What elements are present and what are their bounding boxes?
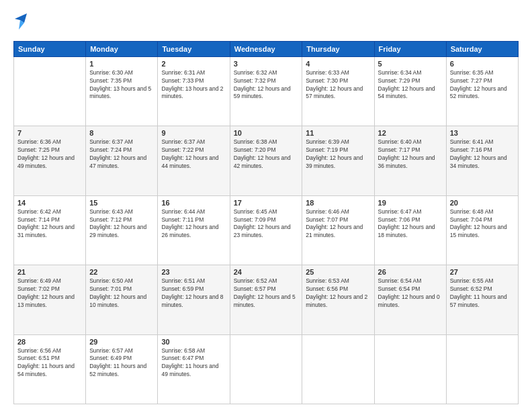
day-info: Sunrise: 6:45 AMSunset: 7:09 PMDaylight:…: [234, 208, 299, 240]
day-info: Sunrise: 6:46 AMSunset: 7:07 PMDaylight:…: [306, 208, 370, 240]
day-info: Sunrise: 6:34 AMSunset: 7:29 PMDaylight:…: [378, 69, 443, 101]
day-number: 30: [161, 338, 226, 346]
day-info: Sunrise: 6:33 AMSunset: 7:30 PMDaylight:…: [306, 69, 370, 101]
day-info: Sunrise: 6:40 AMSunset: 7:17 PMDaylight:…: [378, 138, 443, 171]
calendar-page: SundayMondayTuesdayWednesdayThursdayFrid…: [0, 0, 532, 411]
day-number: 20: [450, 199, 515, 207]
day-info: Sunrise: 6:37 AMSunset: 7:22 PMDaylight:…: [161, 138, 226, 171]
weekday-header-friday: Friday: [374, 41, 446, 56]
calendar-cell: 14Sunrise: 6:42 AMSunset: 7:14 PMDayligh…: [14, 195, 86, 265]
day-number: 5: [378, 60, 443, 68]
day-number: 15: [89, 199, 154, 207]
calendar-cell: 26Sunrise: 6:54 AMSunset: 6:54 PMDayligh…: [374, 265, 446, 334]
day-number: 26: [378, 268, 443, 276]
day-number: 19: [378, 199, 443, 207]
calendar-cell: 21Sunrise: 6:49 AMSunset: 7:02 PMDayligh…: [14, 265, 86, 334]
weekday-header-monday: Monday: [86, 41, 158, 56]
day-info: Sunrise: 6:53 AMSunset: 6:56 PMDaylight:…: [306, 277, 370, 310]
day-number: 14: [17, 199, 82, 207]
day-number: 2: [161, 60, 226, 68]
day-number: 22: [89, 268, 154, 276]
day-number: 27: [450, 268, 515, 276]
day-info: Sunrise: 6:41 AMSunset: 7:16 PMDaylight:…: [450, 138, 515, 171]
calendar-cell: 13Sunrise: 6:41 AMSunset: 7:16 PMDayligh…: [446, 126, 518, 195]
calendar-cell: 18Sunrise: 6:46 AMSunset: 7:07 PMDayligh…: [302, 195, 374, 265]
weekday-header-saturday: Saturday: [446, 41, 518, 56]
day-number: 3: [234, 60, 299, 68]
calendar-cell: 28Sunrise: 6:56 AMSunset: 6:51 PMDayligh…: [14, 334, 86, 404]
calendar-cell: 19Sunrise: 6:47 AMSunset: 7:06 PMDayligh…: [374, 195, 446, 265]
day-info: Sunrise: 6:56 AMSunset: 6:51 PMDaylight:…: [17, 347, 82, 379]
day-info: Sunrise: 6:48 AMSunset: 7:04 PMDaylight:…: [450, 208, 515, 240]
calendar-cell: 7Sunrise: 6:36 AMSunset: 7:25 PMDaylight…: [14, 126, 86, 195]
header: [13, 12, 519, 34]
calendar-cell: 3Sunrise: 6:32 AMSunset: 7:32 PMDaylight…: [230, 56, 302, 126]
day-number: 16: [161, 199, 226, 207]
day-info: Sunrise: 6:50 AMSunset: 7:01 PMDaylight:…: [89, 277, 154, 310]
calendar-cell: 11Sunrise: 6:39 AMSunset: 7:19 PMDayligh…: [302, 126, 374, 195]
day-info: Sunrise: 6:51 AMSunset: 6:59 PMDaylight:…: [161, 277, 226, 310]
calendar-cell: 24Sunrise: 6:52 AMSunset: 6:57 PMDayligh…: [230, 265, 302, 334]
day-info: Sunrise: 6:58 AMSunset: 6:47 PMDaylight:…: [161, 347, 226, 379]
calendar-cell: [14, 56, 86, 126]
weekday-header-tuesday: Tuesday: [158, 41, 230, 56]
day-info: Sunrise: 6:32 AMSunset: 7:32 PMDaylight:…: [234, 69, 299, 101]
calendar-cell: 23Sunrise: 6:51 AMSunset: 6:59 PMDayligh…: [158, 265, 230, 334]
day-number: 10: [234, 129, 299, 137]
calendar-cell: 27Sunrise: 6:55 AMSunset: 6:52 PMDayligh…: [446, 265, 518, 334]
calendar-cell: 8Sunrise: 6:37 AMSunset: 7:24 PMDaylight…: [86, 126, 158, 195]
calendar-cell: 2Sunrise: 6:31 AMSunset: 7:33 PMDaylight…: [158, 56, 230, 126]
day-number: 6: [450, 60, 515, 68]
calendar-cell: [374, 334, 446, 404]
weekday-header-row: SundayMondayTuesdayWednesdayThursdayFrid…: [14, 41, 519, 56]
calendar-cell: 6Sunrise: 6:35 AMSunset: 7:27 PMDaylight…: [446, 56, 518, 126]
day-number: 29: [89, 338, 154, 346]
calendar-cell: 12Sunrise: 6:40 AMSunset: 7:17 PMDayligh…: [374, 126, 446, 195]
logo-bird-icon: [15, 13, 27, 30]
calendar-cell: [446, 334, 518, 404]
day-info: Sunrise: 6:35 AMSunset: 7:27 PMDaylight:…: [450, 69, 515, 101]
day-number: 24: [234, 268, 299, 276]
day-info: Sunrise: 6:38 AMSunset: 7:20 PMDaylight:…: [234, 138, 299, 171]
calendar-cell: 30Sunrise: 6:58 AMSunset: 6:47 PMDayligh…: [158, 334, 230, 404]
calendar-cell: 20Sunrise: 6:48 AMSunset: 7:04 PMDayligh…: [446, 195, 518, 265]
calendar-cell: 5Sunrise: 6:34 AMSunset: 7:29 PMDaylight…: [374, 56, 446, 126]
calendar-cell: 17Sunrise: 6:45 AMSunset: 7:09 PMDayligh…: [230, 195, 302, 265]
day-number: 4: [306, 60, 370, 68]
calendar-cell: 1Sunrise: 6:30 AMSunset: 7:35 PMDaylight…: [86, 56, 158, 126]
week-row-0: 1Sunrise: 6:30 AMSunset: 7:35 PMDaylight…: [14, 56, 519, 126]
day-number: 9: [161, 129, 226, 137]
day-info: Sunrise: 6:49 AMSunset: 7:02 PMDaylight:…: [17, 277, 82, 310]
weekday-header-thursday: Thursday: [302, 41, 374, 56]
day-number: 1: [89, 60, 154, 68]
day-info: Sunrise: 6:31 AMSunset: 7:33 PMDaylight:…: [161, 69, 226, 101]
day-number: 13: [450, 129, 515, 137]
day-number: 21: [17, 268, 82, 276]
day-number: 8: [89, 129, 154, 137]
week-row-3: 21Sunrise: 6:49 AMSunset: 7:02 PMDayligh…: [14, 265, 519, 334]
day-number: 12: [378, 129, 443, 137]
week-row-4: 28Sunrise: 6:56 AMSunset: 6:51 PMDayligh…: [14, 334, 519, 404]
calendar-cell: 4Sunrise: 6:33 AMSunset: 7:30 PMDaylight…: [302, 56, 374, 126]
calendar-cell: [302, 334, 374, 404]
calendar-cell: 9Sunrise: 6:37 AMSunset: 7:22 PMDaylight…: [158, 126, 230, 195]
day-number: 25: [306, 268, 370, 276]
day-info: Sunrise: 6:57 AMSunset: 6:49 PMDaylight:…: [89, 347, 154, 379]
day-info: Sunrise: 6:54 AMSunset: 6:54 PMDaylight:…: [378, 277, 443, 310]
day-number: 23: [161, 268, 226, 276]
calendar-cell: 25Sunrise: 6:53 AMSunset: 6:56 PMDayligh…: [302, 265, 374, 334]
day-info: Sunrise: 6:30 AMSunset: 7:35 PMDaylight:…: [89, 69, 154, 101]
day-info: Sunrise: 6:55 AMSunset: 6:52 PMDaylight:…: [450, 277, 515, 310]
day-info: Sunrise: 6:42 AMSunset: 7:14 PMDaylight:…: [17, 208, 82, 240]
day-number: 18: [306, 199, 370, 207]
week-row-1: 7Sunrise: 6:36 AMSunset: 7:25 PMDaylight…: [14, 126, 519, 195]
day-info: Sunrise: 6:39 AMSunset: 7:19 PMDaylight:…: [306, 138, 370, 171]
calendar-cell: 15Sunrise: 6:43 AMSunset: 7:12 PMDayligh…: [86, 195, 158, 265]
day-info: Sunrise: 6:44 AMSunset: 7:11 PMDaylight:…: [161, 208, 226, 240]
calendar-table: SundayMondayTuesdayWednesdayThursdayFrid…: [13, 41, 519, 404]
day-info: Sunrise: 6:47 AMSunset: 7:06 PMDaylight:…: [378, 208, 443, 240]
calendar-cell: 16Sunrise: 6:44 AMSunset: 7:11 PMDayligh…: [158, 195, 230, 265]
day-number: 28: [17, 338, 82, 346]
week-row-2: 14Sunrise: 6:42 AMSunset: 7:14 PMDayligh…: [14, 195, 519, 265]
calendar-cell: 10Sunrise: 6:38 AMSunset: 7:20 PMDayligh…: [230, 126, 302, 195]
